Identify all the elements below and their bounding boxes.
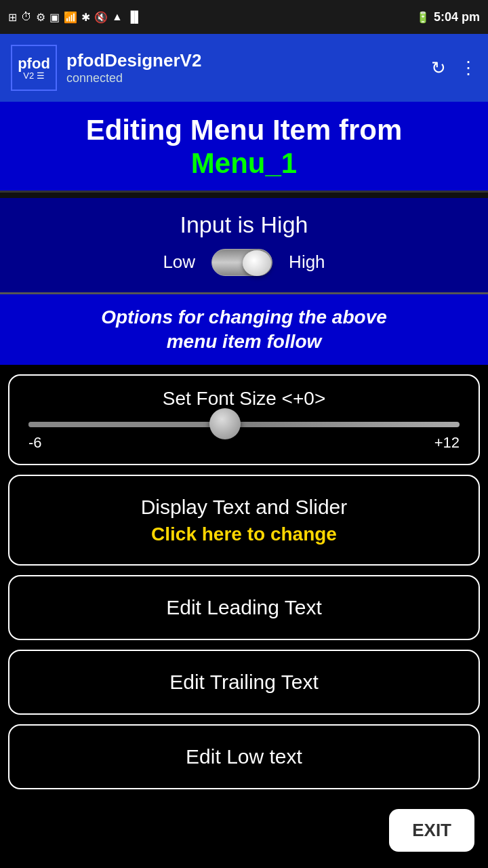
edit-leading-text-label: Edit Leading Text <box>23 595 465 620</box>
edit-trailing-text-button[interactable]: Edit Trailing Text <box>8 650 480 715</box>
slider-track <box>28 422 460 427</box>
font-size-slider-container: -6 +12 <box>23 422 465 452</box>
settings-icon: ⚙ <box>36 11 45 24</box>
high-label: High <box>289 252 325 273</box>
bluetooth-icon: ✱ <box>81 11 90 24</box>
status-time: 5:04 pm <box>434 10 480 24</box>
signal-icon: ▐▌ <box>127 11 142 23</box>
app-name: pfodDesignerV2 <box>66 50 422 71</box>
edit-low-text-label: Edit Low text <box>23 745 465 769</box>
app-bar: pfod V2 ☰ pfodDesignerV2 connected ↻ ⋮ <box>0 34 488 102</box>
status-left-icons: ⊞ ⏱ ⚙ ▣ 📶 ✱ 🔇 ▲ ▐▌ <box>8 11 142 24</box>
app-bar-actions: ↻ ⋮ <box>431 58 477 79</box>
low-label: Low <box>163 252 195 273</box>
add-icon: ⊞ <box>8 11 17 24</box>
battery-icon: 🔋 <box>416 11 430 24</box>
toggle-knob <box>243 250 271 276</box>
display-text-slider-sublabel: Click here to change <box>23 524 465 545</box>
section-divider-1 <box>0 193 488 198</box>
app-title-area: pfodDesignerV2 connected <box>66 50 422 85</box>
app-icon: ▣ <box>49 11 60 24</box>
toggle-row: Low High <box>11 249 477 276</box>
overflow-menu-button[interactable]: ⋮ <box>460 58 477 79</box>
display-text-slider-label: Display Text and Slider <box>23 495 465 519</box>
header-section: Editing Menu Item from Menu_1 <box>0 102 488 193</box>
edit-low-text-button[interactable]: Edit Low text <box>8 724 480 789</box>
refresh-button[interactable]: ↻ <box>431 58 446 79</box>
slider-max-label: +12 <box>434 434 460 452</box>
alarm-icon: ⏱ <box>21 11 32 23</box>
options-line2: menu item follow <box>167 331 322 352</box>
wifi-off-icon: 📶 <box>64 11 77 24</box>
menu-name-label: Menu_1 <box>11 146 477 180</box>
toggle-section: Input is High Low High <box>0 198 488 294</box>
edit-leading-text-button[interactable]: Edit Leading Text <box>8 575 480 640</box>
status-bar: ⊞ ⏱ ⚙ ▣ 📶 ✱ 🔇 ▲ ▐▌ 🔋 5:04 pm <box>0 0 488 34</box>
app-connection-status: connected <box>66 71 422 85</box>
logo-v2: V2 ☰ <box>23 71 45 80</box>
app-logo: pfod V2 ☰ <box>11 45 57 91</box>
exit-label: EXIT <box>412 820 451 840</box>
input-state-label: Input is High <box>11 212 477 238</box>
options-banner: Options for changing the above menu item… <box>0 294 488 366</box>
editing-header-title: Editing Menu Item from <box>11 114 477 146</box>
slider-labels: -6 +12 <box>28 434 460 452</box>
options-line1: Options for changing the above <box>101 307 387 328</box>
status-right-area: 🔋 5:04 pm <box>416 10 480 24</box>
slider-min-label: -6 <box>28 434 42 452</box>
mute-icon: 🔇 <box>94 11 108 24</box>
exit-button[interactable]: EXIT <box>389 809 474 852</box>
font-size-title: Set Font Size <+0> <box>23 388 465 410</box>
edit-trailing-text-label: Edit Trailing Text <box>23 670 465 694</box>
options-banner-text: Options for changing the above menu item… <box>16 305 472 355</box>
display-text-slider-button[interactable]: Display Text and Slider Click here to ch… <box>8 475 480 566</box>
wifi-icon: ▲ <box>112 11 123 23</box>
slider-fill <box>28 422 235 427</box>
main-content: Set Font Size <+0> -6 +12 Display Text a… <box>0 365 488 857</box>
font-size-card: Set Font Size <+0> -6 +12 <box>8 374 480 465</box>
logo-pfod: pfod <box>18 56 50 71</box>
high-low-toggle[interactable] <box>211 249 272 276</box>
